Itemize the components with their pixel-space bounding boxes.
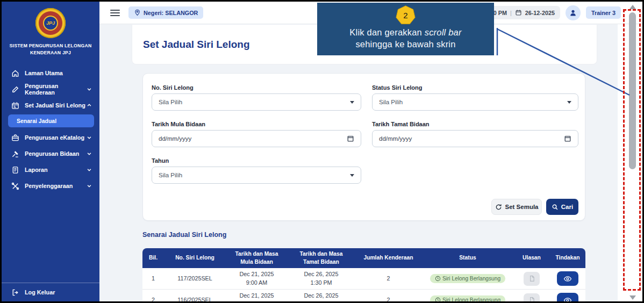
- no-siri-lelong-select[interactable]: Sila Pilih: [152, 93, 361, 111]
- cell-tamat: Dec 26, 20251:30 PM: [288, 292, 355, 303]
- sidebar-item-laporan[interactable]: Laporan: [2, 162, 99, 178]
- jpj-crest-logo: JPJ: [35, 8, 66, 38]
- eye-icon: [563, 296, 572, 303]
- crest-monogram: JPJ: [43, 16, 58, 31]
- field-label-tarikh-tamat-bidaan: Tarikh Tamat Bidaan: [372, 121, 430, 127]
- cell-ulasan: [513, 272, 550, 286]
- column-header-tindakan: Tindakan: [550, 254, 585, 262]
- set-semula-label: Set Semula: [505, 204, 539, 210]
- search-icon: [552, 204, 559, 211]
- negeri-label: Negeri: SELANGOR: [144, 10, 198, 16]
- column-header-no-siri: No. Siri Lelong: [164, 254, 226, 262]
- status-badge: Siri Lelong Berlangsung: [430, 274, 505, 283]
- logout-button[interactable]: Log Keluar: [2, 283, 99, 301]
- sidebar-item-label: Penyelenggaraan: [25, 183, 87, 189]
- tarikh-mula-bidaan-input[interactable]: dd/mm/yyyy: [152, 130, 361, 147]
- user-role-button[interactable]: Trainer 3: [586, 6, 621, 19]
- sidebar-item-label: Pengurusan Bidaan: [25, 150, 87, 157]
- cari-label: Cari: [561, 204, 573, 210]
- view-button[interactable]: [557, 293, 578, 303]
- chevron-down-icon: [87, 86, 92, 92]
- user-avatar[interactable]: [566, 5, 581, 20]
- cell-tamat: Dec 26, 20251:30 PM: [288, 270, 355, 286]
- app-window: JPJ SISTEM PENGURUSAN LELONGAN KENDERAAN…: [0, 0, 644, 303]
- clock-icon: [435, 297, 441, 303]
- scrollbar-up-arrow[interactable]: [629, 5, 636, 9]
- page-title: Set Jadual Siri Lelong: [143, 39, 250, 50]
- status-siri-lelong-select[interactable]: Sila Pilih: [372, 93, 578, 111]
- column-header-mula: Tarikh dan MasaMula Bidaan: [226, 250, 288, 266]
- filter-card: No. Siri Lelong Sila Pilih Status Siri L…: [142, 73, 585, 221]
- cell-status: Siri Lelong Berlangsung: [422, 274, 513, 283]
- app-title-line2: KENDERAAN JPJ: [10, 49, 92, 56]
- ulasan-button[interactable]: [524, 272, 540, 286]
- select-value: Sila Pilih: [379, 99, 567, 105]
- app-title-line1: SISTEM PENGURUSAN LELONGAN: [10, 42, 92, 49]
- chevron-down-icon: [87, 135, 92, 140]
- date-picker-icon: [564, 135, 571, 142]
- field-label-tarikh-mula-bidaan: Tarikh Mula Bidaan: [152, 121, 205, 127]
- logout-label: Log Keluar: [25, 289, 55, 295]
- cell-bil: 2: [142, 296, 164, 303]
- chevron-down-icon: [350, 174, 354, 177]
- sidebar-item-pengurusan-kenderaan[interactable]: Pengurusan Kenderaan: [2, 81, 99, 97]
- chevron-down-icon: [350, 101, 354, 104]
- home-icon: [11, 69, 19, 77]
- table-row: 2 116/2025SEL Dec 21, 20259:00 AM Dec 26…: [142, 290, 585, 303]
- schedule-icon: [11, 102, 19, 110]
- cell-jumlah: 2: [355, 275, 422, 283]
- column-header-jumlah: Jumlah Kenderaan: [355, 254, 422, 262]
- sidebar-item-pengurusan-ekatalog[interactable]: Pengurusan eKatalog: [2, 129, 99, 146]
- chevron-down-icon: [87, 151, 92, 156]
- sidebar: JPJ SISTEM PENGURUSAN LELONGAN KENDERAAN…: [2, 2, 99, 301]
- ulasan-button[interactable]: [524, 293, 540, 303]
- column-header-tamat: Tarikh dan MasaTamat Bidaan: [288, 250, 355, 266]
- jadual-table: Bil. No. Siri Lelong Tarikh dan MasaMula…: [142, 248, 585, 303]
- sidebar-item-label: Pengurusan eKatalog: [25, 134, 87, 141]
- column-header-status: Status: [422, 254, 513, 262]
- table-header-row: Bil. No. Siri Lelong Tarikh dan MasaMula…: [142, 248, 585, 268]
- eye-icon: [563, 275, 572, 283]
- cell-tindakan: [550, 293, 585, 303]
- sidebar-item-pengurusan-bidaan[interactable]: Pengurusan Bidaan: [2, 146, 99, 162]
- cell-mula: Dec 21, 20259:00 AM: [226, 270, 288, 286]
- cell-bil: 1: [142, 275, 164, 283]
- table-title: Senarai Jadual Siri Lelong: [142, 231, 226, 239]
- view-button[interactable]: [557, 271, 578, 286]
- set-semula-button[interactable]: Set Semula: [491, 199, 542, 215]
- sidebar-item-penyelenggaraan[interactable]: Penyelenggaraan: [2, 178, 99, 194]
- select-value: Sila Pilih: [159, 172, 350, 178]
- scrollbar-down-arrow[interactable]: [629, 295, 636, 300]
- pencil-icon: [11, 85, 19, 93]
- hamburger-menu-icon[interactable]: [110, 10, 120, 16]
- app-title: SISTEM PENGURUSAN LELONGAN KENDERAAN JPJ: [10, 42, 92, 56]
- field-label-no-siri-lelong: No. Siri Lelong: [152, 84, 194, 91]
- sidebar-header: JPJ SISTEM PENGURUSAN LELONGAN KENDERAAN…: [2, 2, 99, 56]
- tahun-select[interactable]: Sila Pilih: [152, 167, 361, 184]
- status-badge: Siri Lelong Berlangsung: [430, 295, 505, 303]
- briefcase-icon: [11, 134, 19, 142]
- sidebar-item-set-jadual-siri-lelong[interactable]: Set Jadual Siri Lelong: [2, 97, 99, 113]
- sidebar-footer: Log Keluar: [2, 283, 99, 301]
- crest-red-ring: JPJ: [39, 11, 62, 35]
- cell-tindakan: [550, 271, 585, 286]
- sidebar-item-senarai-jadual[interactable]: Senarai Jadual: [8, 114, 94, 127]
- cell-mula: Dec 21, 20259:00 AM: [226, 292, 288, 303]
- sidebar-item-label: Set Jadual Siri Lelong: [25, 102, 87, 109]
- cell-ulasan: [513, 293, 550, 303]
- file-icon: [528, 297, 535, 303]
- date-picker-icon: [347, 135, 354, 142]
- chevron-down-icon: [87, 167, 92, 172]
- tarikh-tamat-bidaan-input[interactable]: dd/mm/yyyy: [372, 130, 578, 147]
- calendar-icon: [515, 9, 522, 16]
- cari-button[interactable]: Cari: [546, 199, 578, 215]
- step-number: 2: [396, 5, 416, 25]
- cell-no-siri: 116/2025SEL: [164, 296, 226, 303]
- table-row: 1 117/2025SEL Dec 21, 20259:00 AM Dec 26…: [142, 268, 585, 290]
- refresh-icon: [495, 204, 502, 211]
- person-icon: [569, 9, 577, 17]
- step-number-badge: 2: [396, 5, 416, 25]
- cell-jumlah: 2: [355, 296, 422, 303]
- sidebar-item-laman-utama[interactable]: Laman Utama: [2, 65, 99, 81]
- negeri-badge[interactable]: Negeri: SELANGOR: [128, 6, 203, 19]
